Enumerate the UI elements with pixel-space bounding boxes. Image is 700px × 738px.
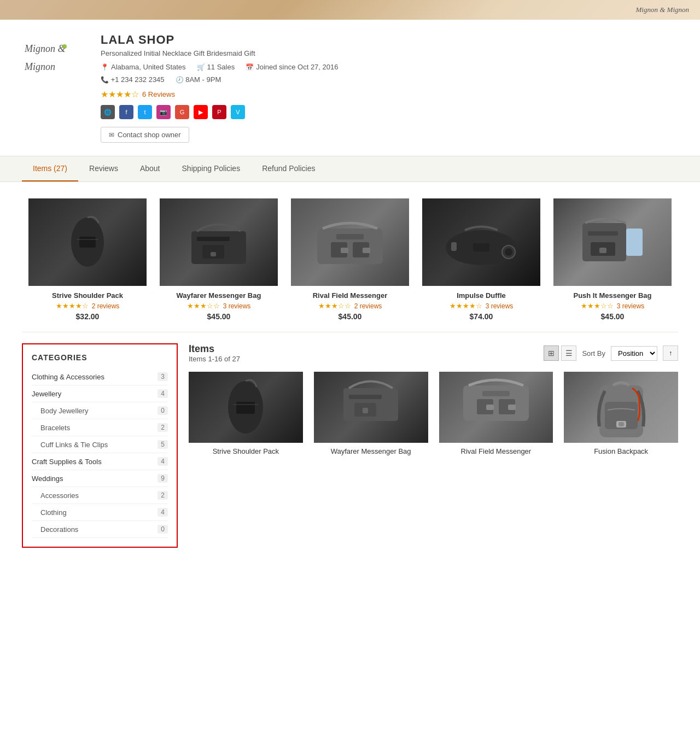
featured-reviews-5: 3 reviews bbox=[617, 302, 645, 310]
shop-logo-svg: Mignon & Mignon bbox=[22, 33, 82, 82]
svg-rect-8 bbox=[202, 245, 224, 259]
svg-text:Mignon &: Mignon & bbox=[24, 43, 66, 54]
featured-img-5[interactable] bbox=[553, 198, 672, 286]
vimeo-icon[interactable]: V bbox=[231, 105, 245, 119]
sort-direction-button[interactable]: ↑ bbox=[663, 345, 678, 361]
products-controls: ⊞ ☰ Sort By Position Name Price ↑ bbox=[544, 345, 678, 361]
shop-rating: ★★★★☆ 6 Reviews bbox=[101, 89, 678, 99]
product-image-4[interactable] bbox=[564, 372, 678, 443]
shop-phone: +1 234 232 2345 bbox=[101, 75, 165, 84]
category-label: Clothing bbox=[40, 508, 67, 517]
tab-about[interactable]: About bbox=[129, 156, 171, 181]
instagram-icon[interactable]: 📷 bbox=[156, 105, 171, 119]
sort-label: Sort By bbox=[582, 349, 605, 358]
svg-text:Mignon: Mignon bbox=[24, 61, 55, 72]
twitter-icon[interactable]: t bbox=[138, 105, 152, 119]
featured-stars-2: ★★★☆☆ bbox=[187, 302, 220, 310]
tab-shipping-policies[interactable]: Shipping Policies bbox=[171, 156, 252, 181]
featured-name-1: Strive Shoulder Pack bbox=[28, 291, 147, 300]
website-icon[interactable]: 🌐 bbox=[101, 105, 115, 119]
category-count: 3 bbox=[158, 372, 168, 381]
svg-rect-27 bbox=[236, 402, 255, 414]
category-item-craft-supplies[interactable]: Craft Supplies & Tools 4 bbox=[32, 453, 168, 470]
items-count: Items 1-16 of 27 bbox=[189, 355, 240, 363]
push-bag-svg bbox=[577, 212, 648, 272]
featured-products-row: Strive Shoulder Pack ★★★★☆ 2 reviews $32… bbox=[0, 182, 700, 332]
product-image-3[interactable] bbox=[439, 372, 553, 443]
category-label: Body Jewellery bbox=[40, 407, 88, 415]
category-count: 4 bbox=[158, 457, 168, 466]
category-item-body-jewellery[interactable]: Body Jewellery 0 bbox=[32, 402, 168, 419]
featured-reviews-1: 2 reviews bbox=[92, 302, 120, 310]
svg-rect-33 bbox=[463, 385, 529, 421]
featured-meta-2: ★★★☆☆ 3 reviews bbox=[160, 302, 278, 310]
category-item-decorations[interactable]: Decorations 0 bbox=[32, 521, 168, 538]
featured-name-2: Wayfarer Messenger Bag bbox=[160, 291, 278, 300]
featured-price-3: $45.00 bbox=[291, 312, 409, 321]
category-count: 4 bbox=[158, 389, 168, 398]
featured-price-4: $74.00 bbox=[422, 312, 540, 321]
categories-sidebar: CATEGORIES Clothing & Accessories 3 Jewe… bbox=[22, 343, 178, 548]
categories-title: CATEGORIES bbox=[32, 353, 168, 362]
svg-rect-11 bbox=[336, 234, 364, 239]
category-item-cuff-links[interactable]: Cuff Links & Tie Clips 5 bbox=[32, 436, 168, 453]
list-view-button[interactable]: ☰ bbox=[561, 345, 576, 361]
featured-img-4[interactable] bbox=[422, 198, 540, 286]
featured-meta-3: ★★★☆☆ 2 reviews bbox=[291, 302, 409, 310]
featured-meta-4: ★★★★☆ 3 reviews bbox=[422, 302, 540, 310]
shop-joined: Joined since Oct 27, 2016 bbox=[246, 63, 338, 71]
pinterest-icon[interactable]: P bbox=[212, 105, 226, 119]
phone-icon bbox=[101, 75, 109, 84]
featured-stars-4: ★★★★☆ bbox=[450, 302, 482, 310]
featured-stars-3: ★★★☆☆ bbox=[318, 302, 351, 310]
product-image-1[interactable] bbox=[189, 372, 303, 443]
category-item-clothing-accessories[interactable]: Clothing & Accessories 3 bbox=[32, 368, 168, 385]
svg-rect-7 bbox=[197, 237, 230, 241]
featured-price-1: $32.00 bbox=[28, 312, 147, 321]
reviews-link[interactable]: 6 Reviews bbox=[142, 90, 175, 98]
category-count: 4 bbox=[158, 508, 168, 517]
shop-sales: 11 Sales bbox=[197, 63, 235, 71]
shop-header: Mignon & Mignon LALA SHOP Personalized I… bbox=[0, 20, 700, 156]
svg-point-1 bbox=[62, 44, 67, 49]
svg-rect-37 bbox=[486, 405, 494, 410]
featured-name-3: Rival Field Messenger bbox=[291, 291, 409, 300]
featured-reviews-3: 2 reviews bbox=[354, 302, 382, 310]
facebook-icon[interactable]: f bbox=[119, 105, 133, 119]
svg-rect-17 bbox=[451, 242, 457, 251]
google-plus-icon[interactable]: G bbox=[175, 105, 189, 119]
shop-name: LALA SHOP bbox=[101, 33, 678, 47]
category-label: Jewellery bbox=[32, 390, 61, 398]
product-card: Wayfarer Messenger Bag bbox=[314, 372, 428, 455]
email-icon bbox=[109, 131, 114, 139]
category-item-accessories[interactable]: Accessories 2 bbox=[32, 487, 168, 504]
field-bag-svg bbox=[314, 215, 386, 270]
category-item-weddings[interactable]: Weddings 9 bbox=[32, 470, 168, 487]
category-count: 5 bbox=[158, 440, 168, 449]
grid-view-button[interactable]: ⊞ bbox=[544, 345, 559, 361]
category-label: Weddings bbox=[32, 475, 63, 483]
tab-refund-policies[interactable]: Refund Policies bbox=[251, 156, 326, 181]
sort-select[interactable]: Position Name Price bbox=[611, 346, 657, 361]
shop-logo: Mignon & Mignon bbox=[22, 33, 88, 143]
svg-rect-20 bbox=[473, 243, 489, 251]
banner-logo: Mignon & Mignon bbox=[636, 5, 690, 14]
product-name-3: Rival Field Messenger bbox=[439, 447, 553, 455]
products-area: Items Items 1-16 of 27 ⊞ ☰ Sort By Posit… bbox=[189, 343, 678, 548]
contact-shop-owner-button[interactable]: Contact shop owner bbox=[101, 127, 189, 143]
category-item-jewellery[interactable]: Jewellery 4 bbox=[32, 385, 168, 402]
tab-items[interactable]: Items (27) bbox=[22, 156, 78, 181]
calendar-icon bbox=[246, 63, 254, 71]
category-item-bracelets[interactable]: Bracelets 2 bbox=[32, 419, 168, 436]
youtube-icon[interactable]: ▶ bbox=[194, 105, 208, 119]
main-content: CATEGORIES Clothing & Accessories 3 Jewe… bbox=[0, 332, 700, 559]
backpack-svg bbox=[591, 372, 651, 443]
store-icon bbox=[197, 63, 205, 71]
category-label: Bracelets bbox=[40, 424, 70, 432]
featured-img-3[interactable] bbox=[291, 198, 409, 286]
featured-img-2[interactable] bbox=[160, 198, 278, 286]
featured-img-1[interactable] bbox=[28, 198, 147, 286]
tab-reviews[interactable]: Reviews bbox=[78, 156, 129, 181]
category-item-clothing[interactable]: Clothing 4 bbox=[32, 504, 168, 521]
product-image-2[interactable] bbox=[314, 372, 428, 443]
